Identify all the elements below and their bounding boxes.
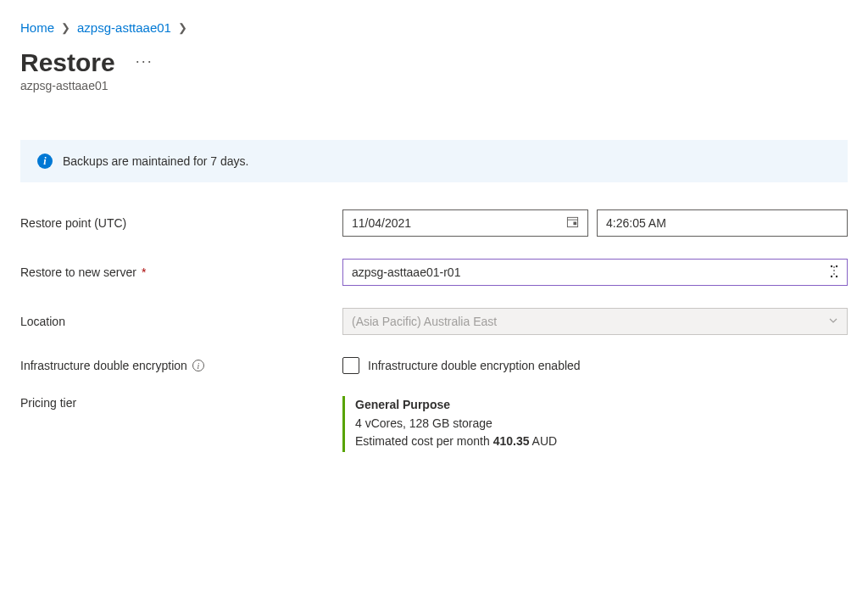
svg-point-7 — [836, 275, 837, 276]
more-icon[interactable]: ··· — [136, 53, 153, 72]
page-header: Restore ··· — [20, 48, 848, 77]
svg-rect-2 — [573, 222, 576, 226]
pricing-tier-box: General Purpose 4 vCores, 128 GB storage… — [342, 396, 557, 452]
restore-date-input[interactable]: 11/04/2021 — [342, 209, 588, 237]
location-select: (Asia Pacific) Australia East — [342, 308, 848, 335]
pricing-tier-row: Pricing tier General Purpose 4 vCores, 1… — [20, 396, 848, 452]
breadcrumb-resource[interactable]: azpsg-asttaae01 — [77, 20, 171, 35]
page-subtitle: azpsg-asttaae01 — [20, 79, 848, 92]
new-server-row: Restore to new server * azpsg-asttaae01-… — [20, 259, 848, 286]
svg-point-5 — [836, 265, 837, 266]
pricing-tier-label: Pricing tier — [20, 396, 342, 410]
encryption-checkbox-label: Infrastructure double encryption enabled — [368, 359, 581, 372]
encryption-checkbox[interactable] — [342, 357, 359, 374]
location-label: Location — [20, 315, 342, 328]
breadcrumb: Home ❯ azpsg-asttaae01 ❯ — [20, 20, 848, 35]
chevron-down-icon — [828, 315, 838, 328]
restore-point-label: Restore point (UTC) — [20, 216, 342, 230]
help-icon[interactable]: i — [192, 360, 204, 371]
pricing-tier-cost: Estimated cost per month 410.35 AUD — [355, 433, 557, 450]
svg-point-4 — [831, 265, 832, 266]
pricing-tier-specs: 4 vCores, 128 GB storage — [355, 415, 557, 433]
restore-date-value: 11/04/2021 — [352, 216, 411, 230]
required-indicator: * — [142, 265, 146, 279]
page-title: Restore — [20, 48, 115, 77]
info-icon: i — [37, 154, 53, 169]
chevron-right-icon: ❯ — [61, 21, 70, 34]
text-cursor-icon — [830, 265, 838, 281]
location-row: Location (Asia Pacific) Australia East — [20, 308, 848, 335]
info-banner: i Backups are maintained for 7 days. — [20, 140, 848, 182]
encryption-label: Infrastructure double encryption i — [20, 359, 342, 372]
restore-time-input[interactable]: 4:26:05 AM — [597, 209, 848, 237]
encryption-checkbox-wrap: Infrastructure double encryption enabled — [342, 357, 581, 374]
chevron-right-icon: ❯ — [178, 21, 187, 34]
info-banner-text: Backups are maintained for 7 days. — [63, 154, 248, 168]
new-server-label: Restore to new server * — [20, 265, 342, 279]
breadcrumb-home[interactable]: Home — [20, 20, 54, 35]
restore-time-value: 4:26:05 AM — [606, 216, 666, 230]
restore-point-row: Restore point (UTC) 11/04/2021 4:26:05 A… — [20, 209, 848, 237]
svg-point-6 — [831, 275, 832, 276]
location-value: (Asia Pacific) Australia East — [352, 315, 497, 328]
new-server-value: azpsg-asttaae01-r01 — [352, 265, 460, 279]
new-server-input[interactable]: azpsg-asttaae01-r01 — [342, 259, 848, 286]
encryption-row: Infrastructure double encryption i Infra… — [20, 357, 848, 374]
pricing-tier-name: General Purpose — [355, 398, 557, 411]
calendar-icon[interactable] — [566, 215, 579, 231]
